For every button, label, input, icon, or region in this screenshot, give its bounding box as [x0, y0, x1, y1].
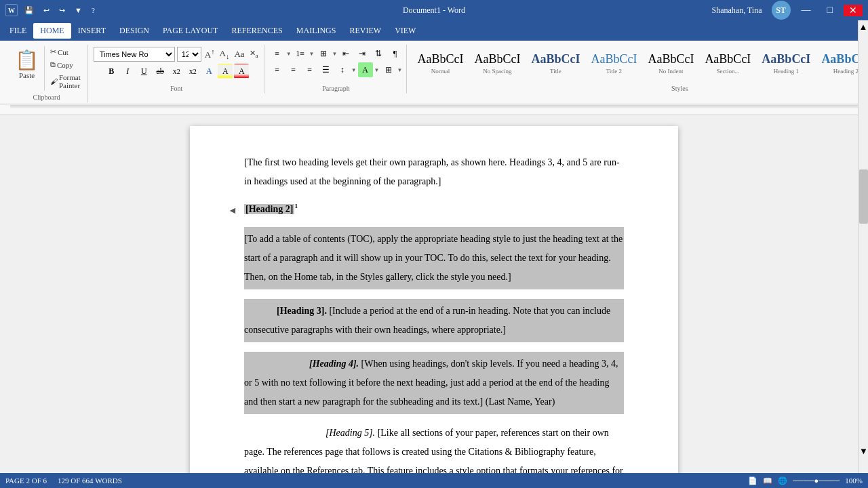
- style-no-spacing-preview: AaBbCcI: [474, 52, 520, 67]
- menu-home[interactable]: HOME: [33, 23, 71, 39]
- intro-paragraph: [The first two heading levels get their …: [244, 153, 624, 191]
- style-no-indent-label: No Indent: [658, 68, 683, 75]
- highlight-color-button[interactable]: A: [218, 64, 233, 79]
- word-icon: W: [5, 4, 18, 16]
- format-painter-icon: 🖌: [50, 77, 58, 85]
- line-spacing-button[interactable]: ↕: [335, 62, 350, 77]
- close-button[interactable]: ✕: [844, 5, 863, 16]
- shading-button[interactable]: A: [358, 62, 373, 77]
- align-right-button[interactable]: ≡: [302, 62, 317, 77]
- word-count: 129 OF 664 WORDS: [58, 476, 122, 485]
- save-button[interactable]: 💾: [22, 5, 37, 16]
- heading4-paragraph: [Heading 4]. [When using headings, don't…: [244, 354, 624, 411]
- justify-button[interactable]: ☰: [319, 62, 334, 77]
- change-case-button[interactable]: Aa: [233, 47, 245, 61]
- styles-group: AaBbCcI Normal AaBbCcI No Spacing AaBbCc…: [408, 45, 868, 94]
- ribbon: 📋 Paste ✂ Cut ⧉ Copy 🖌 Format Painter: [0, 41, 868, 104]
- align-left-button[interactable]: ≡: [270, 62, 285, 77]
- number-dropdown[interactable]: ▼: [309, 51, 315, 57]
- menu-references[interactable]: REFERENCES: [224, 23, 289, 39]
- cut-icon: ✂: [50, 47, 56, 56]
- style-no-spacing[interactable]: AaBbCcI No Spacing: [469, 49, 525, 79]
- scrollbar-thumb[interactable]: [859, 169, 868, 224]
- zoom-slider[interactable]: ────●────: [793, 476, 840, 485]
- style-section-label: Section...: [716, 68, 739, 75]
- align-center-button[interactable]: ≡: [286, 62, 301, 77]
- copy-button[interactable]: ⧉ Copy: [47, 59, 83, 70]
- multilevel-list-button[interactable]: ⊞: [316, 46, 331, 61]
- format-painter-button[interactable]: 🖌 Format Painter: [47, 72, 83, 91]
- font-name-select[interactable]: Times New Ro: [94, 47, 175, 62]
- scrollbar[interactable]: ▲ ▼: [858, 20, 868, 473]
- grow-font-button[interactable]: A↑: [203, 46, 216, 62]
- menu-file[interactable]: FILE: [3, 23, 33, 39]
- toc-paragraph-block: [To add a table of contents (TOC), apply…: [244, 227, 624, 289]
- borders-button[interactable]: ⊞: [381, 62, 396, 77]
- strikethrough-button[interactable]: ab: [153, 64, 167, 79]
- style-title2[interactable]: AaBbCcI Title 2: [586, 49, 642, 79]
- scroll-up-button[interactable]: ▲: [859, 20, 868, 34]
- underline-button[interactable]: U: [136, 64, 151, 79]
- sort-button[interactable]: ⇅: [371, 46, 386, 61]
- subscript-button[interactable]: x2: [169, 64, 184, 79]
- scroll-down-button[interactable]: ▼: [859, 445, 868, 458]
- line-spacing-dropdown[interactable]: ▼: [351, 67, 357, 73]
- styles-label: Styles: [671, 82, 688, 92]
- read-mode-icon[interactable]: 📖: [763, 476, 772, 485]
- ruler-bar: [10, 105, 868, 115]
- style-no-indent[interactable]: AaBbCcI No Indent: [643, 49, 698, 79]
- document-page[interactable]: [The first two heading levels get their …: [190, 126, 678, 488]
- paste-button[interactable]: 📋 Paste: [9, 46, 45, 91]
- shading-dropdown[interactable]: ▼: [374, 67, 380, 73]
- multilevel-dropdown[interactable]: ▼: [332, 51, 338, 57]
- italic-button[interactable]: I: [120, 64, 135, 79]
- menu-page-layout[interactable]: PAGE LAYOUT: [156, 23, 224, 39]
- style-title[interactable]: AaBbCcI Title: [526, 49, 585, 79]
- font-size-select[interactable]: 12: [177, 47, 201, 62]
- title-bar-left: W 💾 ↩ ↪ ▼ ?: [5, 4, 98, 16]
- undo-button[interactable]: ↩: [41, 5, 52, 16]
- clear-formatting-button[interactable]: ✕a: [248, 47, 260, 60]
- style-heading2-label: Heading 2: [833, 68, 859, 75]
- help-icon[interactable]: ?: [89, 5, 98, 16]
- web-view-icon[interactable]: 🌐: [778, 476, 787, 485]
- borders-dropdown[interactable]: ▼: [397, 67, 403, 73]
- clipboard-label: Clipboard: [33, 91, 60, 101]
- shrink-font-button[interactable]: A↓: [218, 47, 231, 62]
- layout-view-icon[interactable]: 📄: [748, 476, 757, 485]
- cut-button[interactable]: ✂ Cut: [47, 46, 83, 58]
- menu-view[interactable]: VIEW: [388, 23, 422, 39]
- show-paragraph-button[interactable]: ¶: [387, 46, 402, 61]
- word-count-status: 129 OF 664 WORDS: [58, 476, 122, 485]
- quick-access-more[interactable]: ▼: [72, 5, 85, 16]
- style-heading1[interactable]: AaBbCcI Heading 1: [757, 49, 815, 79]
- maximize-button[interactable]: □: [822, 5, 838, 16]
- title-bar: W 💾 ↩ ↪ ▼ ? Document1 - Word Shanahan, T…: [0, 0, 868, 20]
- decrease-indent-button[interactable]: ⇤: [338, 46, 353, 61]
- text-effects-button[interactable]: A: [201, 64, 216, 79]
- menu-mailings[interactable]: MAILINGS: [290, 23, 343, 39]
- menu-review[interactable]: REVIEW: [342, 23, 388, 39]
- bullet-list-button[interactable]: ≡: [270, 46, 285, 61]
- heading-arrow: ◄: [228, 202, 237, 219]
- menu-design[interactable]: DESIGN: [113, 23, 156, 39]
- number-list-button[interactable]: 1≡: [293, 46, 308, 61]
- status-bar: PAGE 2 OF 6 129 OF 664 WORDS 📄 📖 🌐 ────●…: [0, 473, 868, 488]
- minimize-button[interactable]: —: [796, 5, 816, 16]
- increase-indent-button[interactable]: ⇥: [355, 46, 370, 61]
- heading2-section: ◄ [Heading 2]1: [244, 201, 624, 218]
- document-title: Document1 - Word: [403, 5, 465, 16]
- redo-button[interactable]: ↪: [56, 5, 68, 16]
- style-no-indent-preview: AaBbCcI: [648, 52, 694, 67]
- style-normal[interactable]: AaBbCcI Normal: [412, 49, 468, 79]
- paragraph-group: ≡ ▼ 1≡ ▼ ⊞ ▼ ⇤ ⇥ ⇅ ¶ ≡ ≡ ≡ ☰ ↕ ▼: [266, 45, 408, 94]
- superscript-button[interactable]: x2: [185, 64, 200, 79]
- style-section[interactable]: AaBbCcI Section...: [700, 49, 755, 79]
- menu-insert[interactable]: INSERT: [71, 23, 113, 39]
- bullet-dropdown[interactable]: ▼: [286, 51, 292, 57]
- font-color-button[interactable]: A: [234, 64, 249, 79]
- font-label: Font: [170, 82, 182, 92]
- bold-button[interactable]: B: [104, 64, 119, 79]
- paste-label: Paste: [19, 71, 35, 79]
- user-avatar: ST: [772, 1, 791, 20]
